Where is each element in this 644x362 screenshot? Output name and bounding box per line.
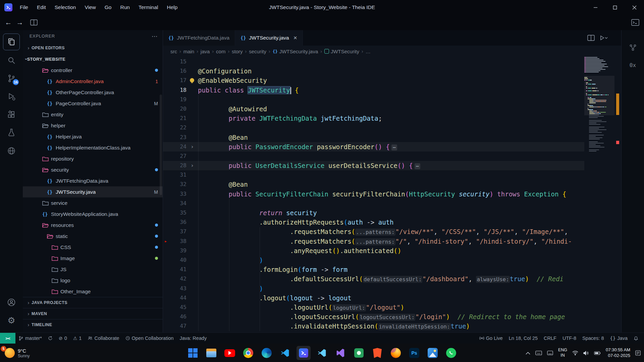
status-item-collaborate[interactable]: Collaborate — [85, 333, 122, 344]
close-icon[interactable]: × — [293, 34, 297, 42]
notification-center-icon[interactable] — [635, 350, 641, 356]
code-line-34[interactable]: ▶34 — [163, 199, 584, 208]
section-maven[interactable]: ›MAVEN — [23, 308, 163, 319]
status-item-1[interactable]: ⚠1 — [70, 333, 85, 344]
sidebar-item-source-control[interactable]: 16 — [3, 70, 19, 86]
maximize-button[interactable] — [605, 0, 625, 15]
accounts-button[interactable] — [3, 294, 19, 310]
tree-item-controller[interactable]: controller — [23, 65, 163, 76]
volume-icon[interactable] — [583, 351, 589, 356]
back-arrow-icon[interactable]: ← — [3, 18, 14, 26]
tree-item-js[interactable]: JS — [23, 264, 163, 275]
taskbar-app-edge[interactable] — [260, 346, 274, 360]
tree-item-otherpagecontroller-java[interactable]: {}OtherPageController.java — [23, 87, 163, 98]
menu-edit[interactable]: Edit — [33, 0, 50, 15]
taskbar-app-file-explorer[interactable] — [204, 346, 218, 360]
keyboard-icon[interactable] — [535, 351, 542, 355]
taskbar-app-photos[interactable] — [426, 346, 440, 360]
taskbar-app-youtube[interactable] — [223, 346, 237, 360]
tree-item-resources[interactable]: resources — [23, 220, 163, 231]
code-line-20[interactable]: ▶20 @Autowired — [163, 104, 584, 114]
weather-widget[interactable]: 5 9°C Sunny — [0, 348, 30, 358]
tree-item-service[interactable]: service — [23, 197, 163, 208]
tree-item-security[interactable]: security — [23, 164, 163, 175]
status-item-0[interactable]: ⊘0 — [56, 333, 70, 344]
split-layout-icon[interactable] — [30, 19, 38, 25]
tab-jwtsecurity-java[interactable]: {}JWTSecurity.java× — [235, 30, 303, 46]
taskbar-app-chrome[interactable] — [241, 346, 255, 360]
code-line-33[interactable]: ▶33 public SecurityFilterChain securityF… — [163, 189, 584, 199]
tree-item-jwtsecurity-java[interactable]: {}JWTSecurity.javaM — [23, 186, 163, 197]
tree-item-storywebsiteapplication-java[interactable]: {}StoryWebsiteApplication.java — [23, 208, 163, 220]
breadcrumb-item-main[interactable]: main — [183, 49, 195, 54]
breadcrumb-item-src[interactable]: src — [170, 49, 177, 54]
explorer-more-actions-icon[interactable]: ⋯ — [152, 33, 157, 40]
code-line-37[interactable]: ▶37 .requestMatchers(...patterns:"/view/… — [163, 227, 584, 236]
clock[interactable]: 07:30:55 AM07-02-2025 — [606, 347, 630, 359]
code-line-18[interactable]: ▶18public class JWTSecurity { — [163, 85, 584, 95]
hex-editor-icon[interactable]: 0x — [622, 56, 644, 74]
battery-icon[interactable] — [594, 351, 601, 355]
code-line-38[interactable]: ▶38 .requestMatchers(...patterns:"/", "/… — [163, 237, 584, 246]
taskbar-app-windows-start[interactable] — [186, 346, 200, 360]
code-line-43[interactable]: ▶43 ) — [163, 284, 584, 293]
code-line-36[interactable]: ▶36 .authorizeHttpRequests(auth -> auth — [163, 218, 584, 227]
code-line-35[interactable]: ▶35 return security — [163, 208, 584, 218]
tree-item-helperimplementationclass-java[interactable]: {}HelperImplementationClass.java — [23, 142, 163, 153]
tree-item-static[interactable]: static — [23, 231, 163, 242]
menu-go[interactable]: Go — [100, 0, 116, 15]
menu-selection[interactable]: Selection — [50, 0, 80, 15]
menu-help[interactable]: Help — [163, 0, 182, 15]
code-line-24[interactable]: ▶24› public PasswordEncoder passwordEnco… — [163, 142, 584, 152]
code-line-28[interactable]: ▶28› public UserDetailsService userDetai… — [163, 161, 584, 170]
touch-keyboard-icon[interactable] — [547, 351, 553, 355]
section-java-projects[interactable]: ›JAVA PROJECTS — [23, 297, 163, 308]
tree-item-helper-java[interactable]: {}Helper.java — [23, 131, 163, 142]
status-item-master-[interactable]: master* — [15, 333, 45, 344]
breadcrumb-item-story[interactable]: story — [232, 49, 243, 54]
split-editor-icon[interactable] — [587, 35, 595, 41]
menu-terminal[interactable]: Terminal — [134, 0, 163, 15]
breadcrumb-item--[interactable]: … — [366, 49, 371, 54]
code-line-31[interactable]: ▶31 — [163, 170, 584, 180]
tab-jwtfetchingdata-java[interactable]: {}JWTFetchingData.java — [163, 30, 235, 46]
menu-view[interactable]: View — [80, 0, 100, 15]
minimap-slider[interactable] — [584, 76, 614, 115]
open-editors-section[interactable]: › OPEN EDITORS — [23, 42, 163, 54]
sidebar-item-remote-explorer[interactable] — [3, 143, 19, 159]
code-line-44[interactable]: ▶44 .logout(logout -> logout — [163, 293, 584, 303]
tree-item-helper[interactable]: helper — [23, 120, 163, 131]
breadcrumb-item-security[interactable]: security — [249, 49, 266, 54]
status-item-bell[interactable] — [631, 333, 641, 344]
tray-chevron-up-icon[interactable] — [526, 352, 530, 355]
settings-button[interactable]: ⚙ — [3, 312, 19, 328]
sidebar-item-explorer[interactable] — [3, 34, 20, 50]
code-line-27[interactable]: ▶27 — [163, 152, 584, 161]
language-indicator[interactable]: ENGIN — [558, 348, 567, 358]
tree-item-other-image[interactable]: Other_Image — [23, 286, 163, 297]
code-line-17[interactable]: ▶17@EnableWebSecurity — [163, 76, 584, 85]
tree-item-entity[interactable]: entity — [23, 109, 163, 120]
code-line-41[interactable]: ▶41 .formLogin(form -> form — [163, 265, 584, 274]
code-line-47[interactable]: ▶47 .invalidateHttpSession(invalidateHtt… — [163, 321, 584, 331]
tree-item-image[interactable]: Image — [23, 253, 163, 264]
sidebar-item-search[interactable] — [3, 52, 19, 68]
status-item-go-live[interactable]: Go Live — [476, 333, 506, 344]
run-java-button[interactable] — [599, 35, 608, 41]
workspace-root[interactable]: › STORY_WEBSITE — [23, 54, 163, 65]
wifi-icon[interactable] — [572, 351, 578, 355]
tree-item-css[interactable]: CSS — [23, 242, 163, 253]
taskbar-app-whatsapp[interactable] — [444, 346, 458, 360]
close-button[interactable] — [625, 0, 644, 15]
sidebar-item-test[interactable] — [3, 125, 19, 141]
overview-ruler[interactable] — [614, 57, 621, 333]
taskbar-app-theia[interactable] — [297, 346, 311, 360]
status-item-utf-8[interactable]: UTF-8 — [559, 333, 579, 344]
taskbar-app-firefox[interactable] — [389, 346, 403, 360]
code-line-45[interactable]: ▶45 .logoutUrl(logoutUrl:"/logout") — [163, 303, 584, 312]
toggle-terminal-icon[interactable] — [631, 19, 639, 26]
taskbar-app-code-insiders[interactable] — [315, 346, 329, 360]
remote-indicator[interactable]: >< — [0, 333, 15, 344]
code-line-32[interactable]: ▶32 @Bean — [163, 180, 584, 189]
breadcrumb-item-jwtsecurity-java[interactable]: {}JWTSecurity.java — [273, 49, 318, 54]
